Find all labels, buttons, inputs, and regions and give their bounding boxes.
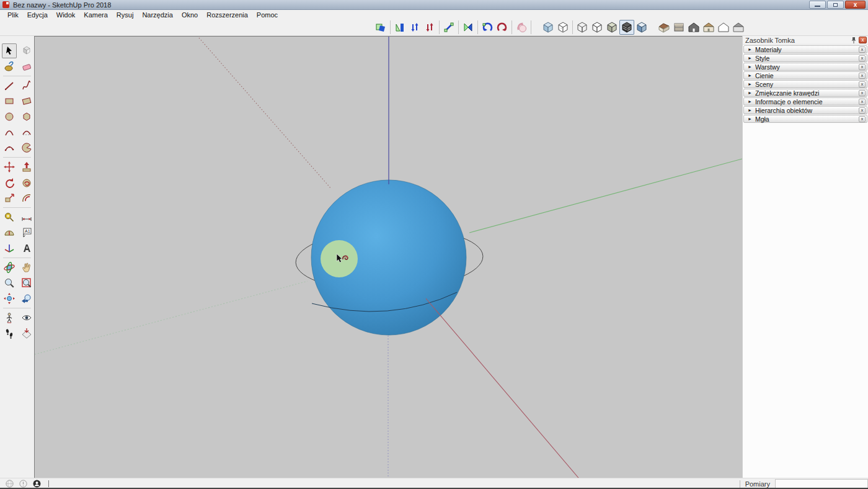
view-top-button[interactable] [671,20,686,35]
style-shaded-textures-button[interactable] [619,20,634,35]
tool-zoom-extents[interactable] [2,291,17,306]
tool-axes[interactable] [2,241,17,256]
tool-push-pull[interactable] [19,159,34,174]
style-xray-button[interactable] [541,20,556,35]
expander-icon: ► [748,91,752,95]
tool-zoom[interactable] [2,276,17,290]
tool-pan[interactable] [19,260,34,275]
stretch-diagonal-button[interactable] [441,20,456,35]
tool-follow-me[interactable] [19,175,34,190]
tool-3d-text[interactable] [19,241,34,256]
style-monochrome-button[interactable] [634,20,649,35]
account-button[interactable] [33,480,41,488]
menu-kamera[interactable]: Kamera [79,11,112,19]
globe-button[interactable] [6,480,14,488]
rotate-right-red-button[interactable] [495,20,510,35]
mirror-button[interactable] [373,20,388,35]
restore-button[interactable] [827,1,844,9]
tool-arc[interactable] [2,125,17,140]
tool-polygon[interactable] [19,109,34,124]
close-button[interactable]: x [845,1,866,9]
panel-close-button[interactable]: x [859,90,866,96]
move-up-down-blue-button[interactable] [407,20,422,35]
panel-close-button[interactable]: x [859,47,866,53]
rotate-left-blue-button[interactable] [480,20,495,35]
view-back-button[interactable] [716,20,731,35]
style-shaded-button[interactable] [604,20,619,35]
panel-close-button[interactable]: x [859,73,866,79]
view-left-button[interactable] [731,20,746,35]
tool-select[interactable] [2,43,17,58]
menu-okno[interactable]: Okno [177,11,202,19]
move-up-down-red-button[interactable] [422,20,437,35]
tool-rectangle[interactable] [2,94,17,109]
split-button[interactable] [392,20,407,35]
view-front-button[interactable] [686,20,701,35]
section-plane-icon [20,327,33,339]
style-back-edges-button[interactable] [556,20,570,35]
flip-bowtie-button[interactable] [461,20,476,35]
menu-widok[interactable]: Widok [52,11,80,19]
style-hidden-line-button[interactable] [590,20,604,35]
tool-line[interactable] [2,78,17,93]
tool-tape-measure[interactable] [2,210,17,225]
tray-panel-sceny[interactable]: ► Sceny x [743,80,867,88]
panel-close-button[interactable]: x [859,99,866,105]
tool-position-camera[interactable] [2,310,17,325]
tool-freehand[interactable] [19,78,34,93]
tool-offset[interactable] [19,191,34,205]
tool-rotate[interactable] [2,175,17,190]
menu-pomoc[interactable]: Pomoc [252,11,282,19]
tray-panel-style[interactable]: ► Style x [743,54,867,62]
menu-narzedzia[interactable]: Narzędzia [138,11,177,19]
tool-move[interactable] [2,159,17,174]
tool-orbit[interactable] [2,260,17,275]
rotate-protractor-button[interactable] [514,20,529,35]
tool-eraser[interactable] [19,59,34,74]
tool-look-around[interactable] [19,310,34,325]
view-iso-button[interactable] [657,20,671,35]
panel-close-button[interactable]: x [859,55,866,61]
tool-walk[interactable] [2,326,17,341]
panel-close-button[interactable]: x [859,107,866,114]
rotate-left-blue-icon [481,21,494,34]
tool-circle[interactable] [2,109,17,124]
view-right-button[interactable] [701,20,716,35]
pin-icon[interactable] [851,37,857,44]
minimize-button[interactable] [809,1,826,9]
panel-close-button[interactable]: x [859,116,866,122]
info-button[interactable] [19,480,27,488]
tool-section-plane[interactable] [19,326,34,341]
tray-panel-materialy[interactable]: ► Materiały x [743,45,867,53]
tray-close-button[interactable]: x [859,37,867,43]
panel-close-button[interactable]: x [859,81,866,87]
tool-two-point-arc[interactable] [19,125,34,140]
tray-panel-zmiekczanie-krawedzi[interactable]: ► Zmiękczanie krawędzi x [743,89,867,97]
tool-text[interactable]: A1 [19,225,34,240]
tray-panel-hierarchia-obiektow[interactable]: ► Hierarchia obiektów x [743,106,867,114]
tool-paint-bucket[interactable] [2,59,17,74]
tool-make-component[interactable] [19,43,34,58]
tool-dimension[interactable] [19,210,34,225]
drawing-canvas[interactable] [34,36,742,478]
style-wireframe-button[interactable] [575,20,590,35]
tool-protractor[interactable] [2,225,17,240]
tray-panel-warstwy[interactable]: ► Warstwy x [743,63,867,71]
tray-panel-cienie[interactable]: ► Cienie x [743,71,867,79]
tray-panel-mgla[interactable]: ► Mgła x [743,115,867,123]
rectangle-icon [3,95,16,107]
tool-scale[interactable] [2,191,17,205]
measurements-input[interactable] [775,479,868,488]
tray-panel-label: Zmiękczanie krawędzi [755,89,819,97]
panel-close-button[interactable]: x [859,64,866,70]
tool-rotated-rectangle[interactable] [19,94,34,109]
tool-zoom-previous[interactable] [19,291,34,306]
menu-edycja[interactable]: Edycja [23,11,52,19]
menu-rysuj[interactable]: Rysuj [112,11,138,19]
tool-three-point-arc[interactable] [2,140,17,155]
menu-plik[interactable]: Plik [3,11,23,19]
menu-rozszerzenia[interactable]: Rozszerzenia [202,11,252,19]
tool-zoom-window[interactable] [19,276,34,290]
tool-pie[interactable] [19,140,34,155]
tray-panel-informacje-o-elemencie[interactable]: ► Informacje o elemencie x [743,97,867,105]
